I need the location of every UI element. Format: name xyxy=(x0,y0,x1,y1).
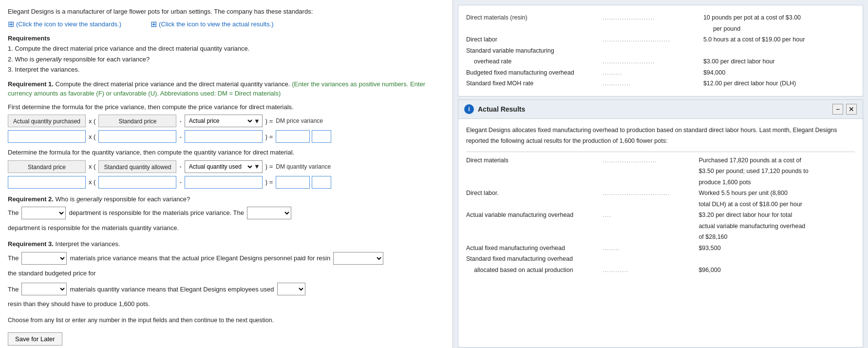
req2-pre: The xyxy=(8,207,19,218)
qty-op2b: - xyxy=(178,178,182,186)
aq-purchased-label: Actual quantity purchased xyxy=(8,115,86,127)
req1-text: Compute the direct material price varian… xyxy=(56,80,290,88)
req3-price-row: The favorable unfavorable materials pric… xyxy=(8,252,445,279)
standards-link-label: (Click the icon to view the standards.) xyxy=(16,20,121,28)
standards-row-5: Standard fixed MOH rate ............. $1… xyxy=(466,78,855,89)
standard-price-qty-input[interactable] xyxy=(8,176,86,189)
qty-op3b: ) = xyxy=(264,178,274,186)
standards-row-2: Direct labor ...........................… xyxy=(466,34,855,45)
req3-qty-select2[interactable]: more less xyxy=(277,283,305,295)
req3-price-select2[interactable]: exceeded was less than xyxy=(333,252,383,265)
standard-price-qty-label: Standard price xyxy=(8,160,86,173)
req1-bold-heading: Requirement 1. xyxy=(8,80,54,88)
standards-grid-icon: ⊞ xyxy=(8,19,14,29)
standard-price-input[interactable] xyxy=(98,130,176,143)
qty-formula-row-2: x ( - ) = xyxy=(8,176,445,189)
req2-num: 2. Who is xyxy=(8,56,36,63)
aq-purchased-input[interactable] xyxy=(8,130,86,143)
actual-results-card: i Actual Results − ✕ Elegant Designs all… xyxy=(458,99,863,348)
qty-op1: x ( xyxy=(88,163,96,170)
req3-line2-end: resin than they should have to produce 1… xyxy=(8,298,150,309)
req3-heading-line: Requirement 3. Interpret the variances. xyxy=(8,239,445,249)
standards-link[interactable]: ⊞ (Click the icon to view the standards.… xyxy=(8,19,121,29)
actual-price-input[interactable] xyxy=(185,130,263,143)
close-button[interactable]: ✕ xyxy=(846,104,857,115)
left-panel: Elegant Designs is a manufacturer of lar… xyxy=(0,0,453,348)
ar-row-4: Actual fixed manufacturing overhead ....… xyxy=(466,243,855,254)
req3-price-select1[interactable]: favorable unfavorable xyxy=(21,252,67,265)
req3-text: Interpret the variances. xyxy=(56,240,120,248)
qty-formula-row-1: Standard price x ( Standard quantity all… xyxy=(8,160,445,173)
ar-row-1: Direct materials .......................… xyxy=(466,155,855,188)
icon-links-row: ⊞ (Click the icon to view the standards.… xyxy=(8,19,445,29)
price-formula-intro: First determine the formula for the pric… xyxy=(8,102,445,112)
actual-results-intro: Elegant Designs allocates fixed manufact… xyxy=(466,125,855,147)
ar-row-5: Standard fixed manufacturing overhead xyxy=(466,253,855,265)
req2-mid: department is responsible for the materi… xyxy=(69,207,244,218)
price-op3: ) = xyxy=(264,117,274,125)
standards-row-4: Budgeted fixed manufacturing overhead ..… xyxy=(466,67,855,78)
dm-price-variance-label: DM price variance xyxy=(276,117,323,124)
req3-qty-select1[interactable]: favorable unfavorable xyxy=(21,283,67,295)
price-op1b: x ( xyxy=(88,133,96,140)
price-op3b: ) = xyxy=(264,133,274,140)
actual-price-dropdown[interactable]: Actual price xyxy=(185,115,254,127)
price-formula-row-2: x ( - ) = xyxy=(8,130,445,143)
actual-results-title-row: i Actual Results xyxy=(464,104,525,114)
dropdown-arrow-1: ▼ xyxy=(254,117,262,125)
price-dept-select[interactable]: Purchasing Production xyxy=(21,207,66,219)
actual-results-header: i Actual Results − ✕ xyxy=(458,100,863,119)
requirement-1-section: Requirement 1. Compute the direct materi… xyxy=(8,79,445,189)
req-item-3: 3. Interpret the variances. xyxy=(8,65,445,75)
actual-results-body: Elegant Designs allocates fixed manufact… xyxy=(458,119,863,282)
requirements-section: Requirements 1. Compute the direct mater… xyxy=(8,34,445,75)
right-panel: Direct materials (resin) ...............… xyxy=(453,0,868,348)
actual-qty-dropdown-wrapper[interactable]: Actual quantity used ▼ xyxy=(185,160,263,173)
actual-price-dropdown-wrapper[interactable]: Actual price ▼ xyxy=(185,115,263,127)
ar-row-5b: allocated based on actual production ...… xyxy=(466,265,855,276)
actual-results-title: Actual Results xyxy=(478,105,525,113)
choose-text: Choose from any list or enter any number… xyxy=(8,316,445,325)
standards-row-3: Standard variable manufacturing xyxy=(466,45,855,57)
actual-results-link-label: (Click the icon to view the actual resul… xyxy=(159,20,274,28)
actual-grid-icon: ⊞ xyxy=(151,19,157,29)
requirements-heading: Requirements xyxy=(8,34,445,43)
info-icon: i xyxy=(464,104,474,114)
req3-bold-heading: Requirement 3. xyxy=(8,240,54,248)
actual-qty-dropdown[interactable]: Actual quantity used xyxy=(185,161,254,173)
dm-price-result-input[interactable] xyxy=(276,130,310,143)
price-op1: x ( xyxy=(88,117,96,125)
divider xyxy=(466,152,855,152)
standard-qty-allowed-label: Standard quantity allowed xyxy=(98,160,176,173)
standard-qty-allowed-input[interactable] xyxy=(98,176,176,189)
req2-responsibility-row: The Purchasing Production department is … xyxy=(8,207,445,233)
ar-row-2: Direct labor. ..........................… xyxy=(466,188,855,210)
req2-rest: responsible for each variance? xyxy=(62,56,150,63)
requirement-3-section: Requirement 3. Interpret the variances. … xyxy=(8,239,445,309)
req2-text: Who is generally responsible for each va… xyxy=(56,195,190,203)
dm-qty-fav-input[interactable] xyxy=(312,176,331,189)
price-formula-row-1: Actual quantity purchased x ( Standard p… xyxy=(8,115,445,127)
actual-qty-used-input[interactable] xyxy=(185,176,263,189)
save-for-later-button[interactable]: Save for Later xyxy=(8,332,62,346)
dm-qty-variance-label: DM quantity variance xyxy=(276,163,331,170)
minimize-button[interactable]: − xyxy=(832,104,843,115)
req3-line2-pre: The xyxy=(8,284,19,295)
qty-op1b: x ( xyxy=(88,178,96,186)
standards-row-1: Direct materials (resin) ...............… xyxy=(466,12,855,34)
standard-price-label: Standard price xyxy=(98,115,176,127)
req2-heading-line: Requirement 2. Who is generally responsi… xyxy=(8,194,445,204)
actual-results-link[interactable]: ⊞ (Click the icon to view the actual res… xyxy=(151,19,274,29)
req-item-1: 1. Compute the direct material price var… xyxy=(8,44,445,54)
requirement-2-section: Requirement 2. Who is generally responsi… xyxy=(8,194,445,234)
dropdown-arrow-2: ▼ xyxy=(254,163,262,170)
req2-post: department is responsible for the materi… xyxy=(8,222,179,233)
qty-dept-select[interactable]: Purchasing Production xyxy=(247,207,291,219)
ar-row-3: Actual variable manufacturing overhead .… xyxy=(466,210,855,243)
price-op2b: - xyxy=(178,133,182,140)
dm-price-fav-input[interactable] xyxy=(312,130,331,143)
dm-qty-result-input[interactable] xyxy=(276,176,310,189)
req1-heading-line: Requirement 1. Compute the direct materi… xyxy=(8,79,445,98)
req3-qty-row: The favorable unfavorable materials quan… xyxy=(8,283,445,309)
req3-line1-mid: materials price variance means that the … xyxy=(70,252,330,264)
